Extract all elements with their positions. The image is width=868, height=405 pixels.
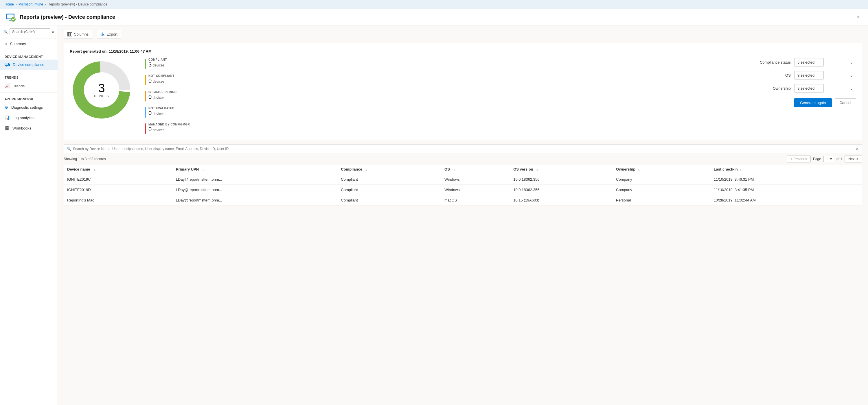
next-button[interactable]: Next > <box>844 156 862 163</box>
page-title: Reports (preview) - Device compliance <box>20 14 115 20</box>
filter-os: OS 9 selected <box>756 71 856 79</box>
title-bar: Reports (preview) - Device compliance × <box>0 9 868 26</box>
ownership-label: Ownership <box>756 86 791 91</box>
svg-rect-8 <box>67 32 69 36</box>
cell-device-name: IGNITE2019D <box>64 185 173 195</box>
cell-last-checkin: 11/10/2019, 3:41:35 PM <box>710 185 862 195</box>
records-row: Showing 1 to 3 of 3 records < Previous P… <box>64 156 862 163</box>
data-table: Device name ↑↓ Primary UPN ↑↓ Compliance… <box>64 165 862 206</box>
sidebar: 🔍 « ○ Summary Device management Device c… <box>0 26 58 405</box>
search-icon: 🔍 <box>3 30 8 34</box>
cell-ownership: Company <box>613 185 710 195</box>
cell-compliance: Compliant <box>337 195 441 206</box>
stat-not-compliant: NOT COMPLIANT 0 devices <box>145 74 197 85</box>
sidebar-item-trends[interactable]: 📈 Trends <box>0 80 58 91</box>
cell-os-version: 10.0.18362.356 <box>510 174 613 185</box>
compliance-status-label: Compliance status <box>756 60 791 64</box>
cell-last-checkin: 11/10/2019, 3:46:31 PM <box>710 174 862 185</box>
records-info: Showing 1 to 3 of 3 records <box>64 157 106 161</box>
previous-button[interactable]: < Previous <box>787 156 811 163</box>
filter-actions: Generate again Cancel <box>756 98 856 107</box>
compliance-status-select[interactable]: 5 selected <box>794 58 824 66</box>
divider-trends <box>0 71 58 71</box>
export-label: Export <box>106 32 118 36</box>
table-row: IGNITE2019D LDay@reportmsftem.onm... Com… <box>64 185 862 195</box>
device-icon <box>5 63 10 67</box>
table-body: IGNITE2019C LDay@reportmsftem.onm... Com… <box>64 174 862 206</box>
sidebar-item-workbooks[interactable]: 📓 Workbooks <box>0 123 58 133</box>
cell-primary-upn: LDay@reportmsftem.onm... <box>173 185 338 195</box>
col-os-version[interactable]: OS version ↑↓ <box>510 165 613 174</box>
report-box: Report generated on: 11/18/2019, 11:06:4… <box>64 43 862 140</box>
cell-os: Windows <box>441 174 510 185</box>
ownership-select[interactable]: 3 selected <box>794 84 824 93</box>
diagnostic-icon: ⚙ <box>5 105 8 109</box>
export-button[interactable]: Export <box>97 30 121 38</box>
generate-again-button[interactable]: Generate again <box>794 98 832 107</box>
total-pages-label: of 1 <box>836 157 842 161</box>
device-compliance-icon <box>6 12 16 22</box>
col-os[interactable]: OS ↑↓ <box>441 165 510 174</box>
sidebar-item-summary[interactable]: ○ Summary <box>0 38 58 49</box>
cell-last-checkin: 10/28/2019, 11:02:44 AM <box>710 195 862 206</box>
search-icon: 🔍 <box>67 147 71 151</box>
section-trends: Trends <box>0 72 58 80</box>
os-select[interactable]: 9 selected <box>794 71 824 79</box>
cell-device-name: IGNITE2019C <box>64 174 173 185</box>
filter-compliance-status: Compliance status 5 selected <box>756 58 856 66</box>
cell-os-version: 10.15 (19A603) <box>510 195 613 206</box>
sidebar-item-label: Diagnostic settings <box>11 105 43 109</box>
sidebar-search-area: 🔍 « <box>0 26 58 38</box>
stats-list: COMPLIANT 3 devices NOT COMPLIANT 0 devi… <box>145 58 197 134</box>
main-panel: Columns Export Report generated on: 11/1… <box>58 26 868 405</box>
breadcrumb-intune[interactable]: Microsoft Intune <box>19 2 43 6</box>
toolbar: Columns Export <box>64 30 862 38</box>
cell-device-name: Reporting's Mac <box>64 195 173 206</box>
columns-button[interactable]: Columns <box>64 30 92 38</box>
sidebar-item-label: Workbooks <box>12 126 31 130</box>
log-icon: 📊 <box>5 115 9 120</box>
col-primary-upn[interactable]: Primary UPN ↑↓ <box>173 165 338 174</box>
cell-ownership: Company <box>613 174 710 185</box>
report-generated: Report generated on: 11/18/2019, 11:06:4… <box>70 49 856 54</box>
col-ownership[interactable]: Ownership ↑↓ <box>613 165 710 174</box>
search-input[interactable] <box>9 28 50 35</box>
cell-os: Windows <box>441 185 510 195</box>
col-last-checkin[interactable]: Last check-in ↑↓ <box>710 165 862 174</box>
divider-azure <box>0 93 58 93</box>
svg-rect-11 <box>101 36 104 36</box>
pagination: < Previous Page 1 of 1 Next > <box>787 156 862 163</box>
svg-rect-7 <box>9 64 10 66</box>
report-content: 3 DEVICES COMPLIANT 3 devices NOT COMPLI… <box>70 58 856 134</box>
search-clear-button[interactable]: ✕ <box>856 146 859 151</box>
cell-primary-upn: LDay@reportmsftem.onm... <box>173 174 338 185</box>
sidebar-item-diagnostic-settings[interactable]: ⚙ Diagnostic settings <box>0 102 58 112</box>
collapse-button[interactable]: « <box>52 30 54 34</box>
donut-unit: DEVICES <box>94 94 109 98</box>
page-label: Page <box>813 157 821 161</box>
col-compliance[interactable]: Compliance ↑↓ <box>337 165 441 174</box>
close-button[interactable]: × <box>855 13 862 22</box>
stat-compliant: COMPLIANT 3 devices <box>145 58 197 69</box>
sidebar-item-label: Trends <box>13 84 25 88</box>
cancel-button[interactable]: Cancel <box>835 98 856 107</box>
stat-grace-period: IN GRACE PERIOD 0 devices <box>145 91 197 101</box>
sidebar-item-label: Log analytics <box>12 115 34 120</box>
section-device-management: Device management <box>0 52 58 60</box>
breadcrumb-home[interactable]: Home <box>5 2 14 6</box>
stat-not-evaluated: NOT EVALUATED 0 devices <box>145 107 197 117</box>
donut-total: 3 <box>94 82 109 94</box>
page-select[interactable]: 1 <box>824 156 834 162</box>
circle-icon: ○ <box>5 41 7 46</box>
cell-ownership: Personal <box>613 195 710 206</box>
trends-icon: 📈 <box>5 83 10 89</box>
workbooks-icon: 📓 <box>5 126 9 130</box>
search-input[interactable] <box>73 147 856 151</box>
col-device-name[interactable]: Device name ↑↓ <box>64 165 173 174</box>
svg-rect-9 <box>69 32 70 36</box>
filter-ownership: Ownership 3 selected <box>756 84 856 93</box>
sidebar-item-device-compliance[interactable]: Device compliance <box>0 60 58 70</box>
stat-configmgr: MANAGED BY CONFIGMGR 0 devices <box>145 123 197 134</box>
sidebar-item-log-analytics[interactable]: 📊 Log analytics <box>0 112 58 123</box>
cell-primary-upn: LDay@reportmsftem.onm... <box>173 195 338 206</box>
